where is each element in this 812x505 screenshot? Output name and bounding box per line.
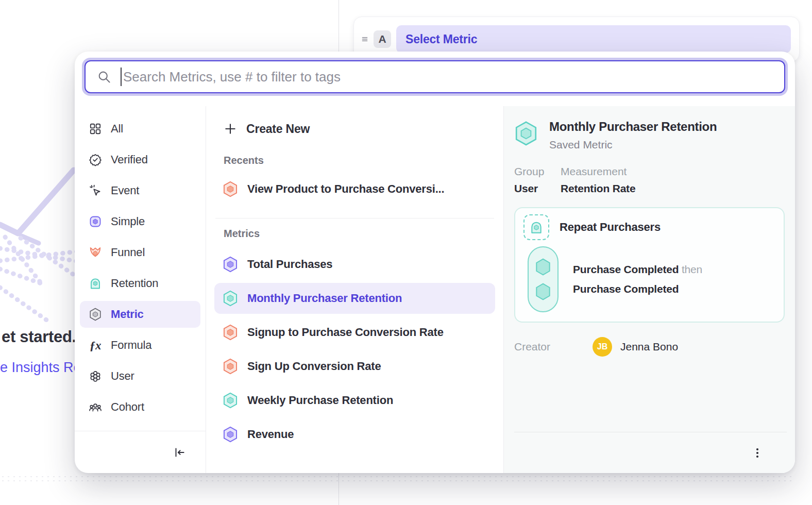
event-steps: Purchase Completed then Purchase Complet… xyxy=(573,263,702,295)
hexagon-step-icon xyxy=(535,258,551,276)
sidebar-item-label: Simple xyxy=(111,215,145,228)
collapse-sidebar-icon[interactable] xyxy=(171,444,188,461)
metric-list-panel: Create New Recents View Product to Purch… xyxy=(206,106,504,473)
creator-row: Creator JB Jenna Bono xyxy=(514,337,787,357)
metric-item-label: Signup to Purchase Conversion Rate xyxy=(247,326,444,339)
cohort-people-icon xyxy=(89,400,102,414)
event-sequence-capsule xyxy=(528,246,559,312)
sidebar-item-retention[interactable]: Retention xyxy=(80,270,200,297)
sidebar-item-label: Metric xyxy=(111,308,144,321)
type-filter-sidebar: All Verified xyxy=(75,106,206,473)
metric-list-item[interactable]: Weekly Purchase Retention xyxy=(214,385,495,416)
metric-item-label: Weekly Purchase Retention xyxy=(247,394,393,407)
plus-icon xyxy=(224,122,237,136)
detail-footer xyxy=(514,432,787,473)
group-label: Group xyxy=(514,165,547,178)
sidebar-item-simple[interactable]: Simple xyxy=(80,208,200,235)
sidebar-item-funnel[interactable]: Funnel xyxy=(80,239,200,266)
sidebar-item-user[interactable]: User xyxy=(80,363,200,390)
background-heading-fragment: et started. xyxy=(2,328,76,346)
sidebar-item-label: Cohort xyxy=(111,400,144,414)
measurement-label: Measurement xyxy=(561,165,635,178)
detail-subtitle: Saved Metric xyxy=(549,139,717,151)
sidebar-footer xyxy=(75,431,206,473)
metric-item-label: Sign Up Conversion Rate xyxy=(247,360,381,373)
group-value: User xyxy=(514,182,547,195)
metric-hexagon-icon xyxy=(223,358,238,375)
sidebar-item-event[interactable]: Event xyxy=(80,177,200,204)
metric-hexagon-icon xyxy=(223,256,238,273)
metric-picker-modal: All Verified xyxy=(75,52,795,473)
verified-badge-icon xyxy=(89,153,102,166)
search-icon xyxy=(97,70,111,84)
create-new-button[interactable]: Create New xyxy=(214,115,495,142)
simple-metric-icon xyxy=(89,215,102,228)
metric-hexagon-icon xyxy=(223,290,238,307)
sidebar-item-label: Event xyxy=(111,184,139,197)
sidebar-item-label: Formula xyxy=(111,339,151,352)
sidebar-item-formula[interactable]: ƒx Formula xyxy=(80,332,200,359)
create-new-label: Create New xyxy=(246,122,310,136)
metric-item-label: Revenue xyxy=(247,428,294,441)
modal-content: All Verified xyxy=(75,106,795,473)
background-insights-link-fragment[interactable]: e Insights Re xyxy=(0,360,81,376)
background-dotted-texture xyxy=(0,475,795,483)
metric-item-label: Monthly Purchaser Retention xyxy=(247,292,402,305)
recents-section-label: Recents xyxy=(224,155,495,166)
definition-card-body: Purchase Completed then Purchase Complet… xyxy=(528,246,774,312)
sidebar-item-all[interactable]: All xyxy=(80,115,200,142)
creator-avatar: JB xyxy=(593,337,612,357)
search-focus-ring xyxy=(82,58,788,96)
metric-hexagon-icon xyxy=(223,324,238,341)
detail-header: Monthly Purchaser Retention Saved Metric xyxy=(514,120,787,151)
select-metric-button[interactable]: Select Metric xyxy=(396,25,791,53)
cursor-event-icon xyxy=(89,184,102,197)
metric-list-item-selected[interactable]: Monthly Purchaser Retention xyxy=(214,283,495,314)
metric-list-item[interactable]: Revenue xyxy=(214,419,495,450)
event-step-1: Purchase Completed then xyxy=(573,263,702,276)
metric-hexagon-icon-large xyxy=(514,121,538,146)
metric-list-item[interactable]: Total Purchases xyxy=(214,249,495,280)
sidebar-item-label: Funnel xyxy=(111,246,145,259)
metric-list-item[interactable]: Sign Up Conversion Rate xyxy=(214,351,495,382)
text-caret xyxy=(121,68,122,86)
definition-card-title: Repeat Purchasers xyxy=(560,221,661,234)
metrics-section-label: Metrics xyxy=(224,228,495,240)
metric-detail-panel: Monthly Purchaser Retention Saved Metric… xyxy=(504,106,795,473)
repeat-purchasers-icon xyxy=(523,214,549,240)
drag-handle-icon[interactable] xyxy=(357,31,373,47)
sidebar-item-verified[interactable]: Verified xyxy=(80,146,200,173)
list-divider xyxy=(215,218,494,218)
sidebar-item-label: All xyxy=(111,122,123,136)
metric-hexagon-icon xyxy=(89,308,102,321)
definition-card-header: Repeat Purchasers xyxy=(523,214,774,240)
detail-title: Monthly Purchaser Retention xyxy=(549,120,717,134)
user-cluster-icon xyxy=(89,369,102,383)
sidebar-item-label: Verified xyxy=(111,153,148,166)
event-step-2: Purchase Completed xyxy=(573,283,702,295)
grid-icon xyxy=(89,122,102,136)
metric-hexagon-icon xyxy=(223,181,238,197)
decorative-chart-lines xyxy=(0,165,77,350)
hexagon-step-icon xyxy=(535,282,551,301)
screen: et started. e Insights Re A Select Metri… xyxy=(0,0,812,505)
search-input[interactable] xyxy=(123,69,773,85)
then-connector: then xyxy=(682,263,702,275)
metric-item-label: View Product to Purchase Conversi... xyxy=(247,182,444,196)
creator-name: Jenna Bono xyxy=(620,341,678,353)
metric-list-item[interactable]: Signup to Purchase Conversion Rate xyxy=(214,317,495,348)
metric-hexagon-icon xyxy=(223,426,238,443)
recent-metric-item[interactable]: View Product to Purchase Conversi... xyxy=(214,174,495,205)
detail-meta: Group User Measurement Retention Rate xyxy=(514,165,787,195)
funnel-icon xyxy=(89,246,102,259)
creator-label: Creator xyxy=(514,341,593,353)
retention-definition-card: Repeat Purchasers Purchase Comp xyxy=(514,207,785,323)
formula-icon: ƒx xyxy=(89,339,102,352)
sidebar-item-cohort[interactable]: Cohort xyxy=(80,394,200,420)
metric-hexagon-icon xyxy=(223,392,238,409)
metric-letter-badge[interactable]: A xyxy=(374,30,391,48)
sidebar-item-metric[interactable]: Metric xyxy=(80,301,200,328)
retention-icon xyxy=(89,277,102,290)
sidebar-item-label: Retention xyxy=(111,277,158,290)
more-options-icon[interactable] xyxy=(749,444,766,462)
